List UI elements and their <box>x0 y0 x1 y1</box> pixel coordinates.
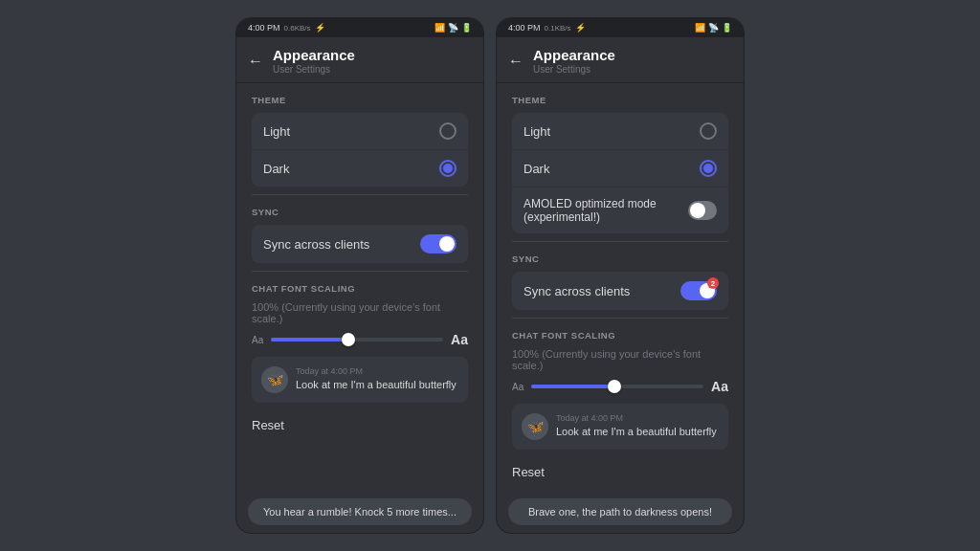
msg-timestamp-left: Today at 4:00 PM <box>296 366 457 376</box>
avatar-right: 🦋 <box>522 413 548 440</box>
slider-track-left[interactable] <box>271 338 443 342</box>
sync-badge-right: 2 <box>707 277 719 289</box>
msg-timestamp-right: Today at 4:00 PM <box>556 413 717 423</box>
font-scaling-label-left: CHAT FONT SCALING <box>252 283 468 294</box>
data-speed-left: 0.6KB/s <box>284 24 311 33</box>
msg-text-left: Look at me I'm a beautiful butterfly <box>296 378 457 392</box>
divider-2-left <box>252 271 468 272</box>
page-subtitle-right: User Settings <box>533 64 615 75</box>
slider-row-left: Aa Aa <box>252 332 468 347</box>
slider-track-right[interactable] <box>531 385 703 388</box>
sync-clients-row-left[interactable]: Sync across clients <box>252 225 468 263</box>
theme-light-label-left: Light <box>263 124 290 139</box>
reset-button-right[interactable]: Reset <box>512 459 728 485</box>
theme-dark-row-right[interactable]: Dark <box>512 150 728 187</box>
message-preview-left: 🦋 Today at 4:00 PM Look at me I'm a beau… <box>252 357 468 403</box>
sync-clients-label-right: Sync across clients <box>523 284 630 298</box>
butterfly-icon-left: 🦋 <box>267 372 283 387</box>
lightning-icon-left: ⚡ <box>315 23 325 33</box>
toast-right: Brave one, the path to darkness opens! <box>508 498 732 525</box>
amoled-row-right[interactable]: AMOLED optimized mode (experimental!) <box>512 187 728 233</box>
slider-row-right: Aa Aa <box>512 379 728 394</box>
divider-2-right <box>512 318 728 319</box>
divider-1-left <box>252 194 468 195</box>
slider-thumb-right[interactable] <box>608 380 621 393</box>
font-scaling-desc-left: 100% (Currently using your device's font… <box>252 301 468 324</box>
page-title-right: Appearance <box>533 47 615 64</box>
back-button-right[interactable]: ← <box>508 53 523 70</box>
header-left: ← Appearance User Settings <box>236 37 483 83</box>
back-button-left[interactable]: ← <box>248 53 263 70</box>
theme-light-row-left[interactable]: Light <box>252 113 468 150</box>
slider-min-right: Aa <box>512 382 523 392</box>
theme-dark-row-left[interactable]: Dark <box>252 150 468 187</box>
right-phone: 4:00 PM 0.1KB/s ⚡ 📶 📡 🔋 ← Appearance Use… <box>496 17 745 534</box>
msg-content-right: Today at 4:00 PM Look at me I'm a beauti… <box>556 413 717 439</box>
slider-max-left: Aa <box>451 332 468 347</box>
amoled-toggle-knob-right <box>690 203 705 218</box>
content-left: THEME Light Dark SYNC Sync across client… <box>236 83 483 498</box>
avatar-left: 🦋 <box>261 366 288 393</box>
sync-clients-row-right[interactable]: Sync across clients 2 <box>512 272 728 310</box>
time-right: 4:00 PM <box>508 23 541 33</box>
sync-clients-label-left: Sync across clients <box>263 237 369 252</box>
amoled-toggle-right[interactable] <box>688 201 717 220</box>
slider-fill-left <box>271 338 348 342</box>
theme-dark-radio-left[interactable] <box>439 160 457 177</box>
font-scaling-desc-right: 100% (Currently using your device's font… <box>512 348 728 371</box>
theme-dark-radio-right[interactable] <box>700 160 717 177</box>
sync-toggle-left[interactable] <box>420 234 457 253</box>
font-scaling-label-right: CHAT FONT SCALING <box>512 330 728 341</box>
sync-options-left: Sync across clients <box>252 225 468 263</box>
theme-label-left: THEME <box>252 95 468 105</box>
sync-options-right: Sync across clients 2 <box>512 272 728 310</box>
toast-left: You hear a rumble! Knock 5 more times... <box>248 498 472 525</box>
theme-options-left: Light Dark <box>252 113 468 187</box>
theme-options-right: Light Dark AMOLED optimized mode (experi… <box>512 113 728 233</box>
slider-thumb-left[interactable] <box>342 333 355 346</box>
slider-max-right: Aa <box>711 379 728 394</box>
status-bar-left: 4:00 PM 0.6KB/s ⚡ 📶 📡 🔋 <box>236 18 483 37</box>
time-left: 4:00 PM <box>248 23 280 33</box>
data-speed-right: 0.1KB/s <box>545 24 571 33</box>
signal-icon-right: 📶 <box>695 23 705 33</box>
theme-light-label-right: Light <box>523 124 550 139</box>
reset-button-left[interactable]: Reset <box>252 412 468 438</box>
amoled-label-right: AMOLED optimized mode (experimental!) <box>523 197 688 224</box>
radio-inner-dark-left <box>443 164 453 173</box>
theme-light-radio-left[interactable] <box>439 122 457 140</box>
msg-text-right: Look at me I'm a beautiful butterfly <box>556 425 717 439</box>
left-phone: 4:00 PM 0.6KB/s ⚡ 📶 📡 🔋 ← Appearance Use… <box>235 17 484 534</box>
message-preview-right: 🦋 Today at 4:00 PM Look at me I'm a beau… <box>512 404 728 450</box>
theme-label-right: THEME <box>512 95 728 105</box>
toggle-knob-left <box>439 236 455 252</box>
lightning-icon-right: ⚡ <box>575 23 586 33</box>
sync-toggle-badge-right[interactable]: 2 <box>680 281 717 300</box>
radio-inner-dark-right <box>703 164 713 173</box>
page-title-left: Appearance <box>273 47 355 64</box>
theme-light-radio-right[interactable] <box>700 122 717 140</box>
sync-label-right: SYNC <box>512 253 728 264</box>
msg-content-left: Today at 4:00 PM Look at me I'm a beauti… <box>296 366 457 392</box>
theme-light-row-right[interactable]: Light <box>512 113 728 150</box>
theme-dark-label-right: Dark <box>523 162 549 176</box>
content-right: THEME Light Dark AMOLED optimized mode (… <box>497 83 744 498</box>
sync-label-left: SYNC <box>252 207 468 217</box>
divider-1-right <box>512 241 728 242</box>
signal-icon-left: 📶 <box>434 23 445 33</box>
butterfly-icon-right: 🦋 <box>527 419 544 434</box>
page-subtitle-left: User Settings <box>273 64 355 75</box>
slider-min-left: Aa <box>252 335 263 345</box>
wifi-icon-right: 📡 <box>708 23 719 33</box>
header-right: ← Appearance User Settings <box>497 37 744 83</box>
theme-dark-label-left: Dark <box>263 162 289 176</box>
status-bar-right: 4:00 PM 0.1KB/s ⚡ 📶 📡 🔋 <box>497 18 744 37</box>
battery-icon-left: 🔋 <box>461 23 472 33</box>
slider-fill-right <box>531 385 613 388</box>
wifi-icon-left: 📡 <box>448 23 458 33</box>
battery-icon-right: 🔋 <box>722 23 732 33</box>
